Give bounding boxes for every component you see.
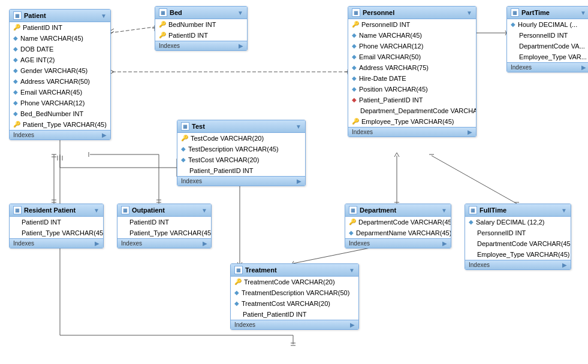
table-fulltime[interactable]: ▦ FullTime ▼ ◆Salary DECIMAL (12,2) Pers… bbox=[465, 204, 571, 270]
sort-icon: ▼ bbox=[466, 10, 472, 16]
diamond-icon: ◆ bbox=[511, 20, 515, 29]
key-icon: 🔑 bbox=[234, 277, 242, 287]
diamond-icon: ◆ bbox=[13, 109, 18, 119]
indexes-bar-parttime[interactable]: Indexes ▶ bbox=[507, 62, 588, 72]
field-name: ◆Name VARCHAR(45) bbox=[348, 30, 476, 41]
field-phone: ◆Phone VARCHAR(12) bbox=[10, 98, 110, 108]
field-deptcode: 🔑DepartmentCode VARCHAR(45) bbox=[345, 217, 451, 228]
indexes-bar-treatment[interactable]: Indexes ▶ bbox=[231, 320, 358, 329]
key-icon: 🔑 bbox=[352, 20, 359, 29]
indexes-arrow: ▶ bbox=[350, 321, 355, 328]
diamond-icon: ◆ bbox=[181, 144, 186, 154]
field-pattype: Patient_Type VARCHAR(45) bbox=[10, 228, 103, 238]
indexes-label: Indexes bbox=[469, 262, 490, 268]
table-test-header: ▦ Test ▼ bbox=[177, 120, 305, 133]
table-icon: ▦ bbox=[13, 11, 22, 20]
diamond-icon: ◆ bbox=[13, 66, 18, 75]
svg-line-0 bbox=[110, 27, 155, 33]
table-outpatient-header: ▦ Outpatient ▼ bbox=[117, 204, 211, 217]
table-fulltime-title: FullTime bbox=[480, 207, 506, 214]
indexes-arrow: ▶ bbox=[297, 178, 301, 184]
table-outpatient-title: Outpatient bbox=[132, 207, 165, 214]
diamond-icon: ◆ bbox=[469, 217, 474, 227]
table-bed[interactable]: ▦ Bed ▼ 🔑BedNumber INT 🔑PatientID INT In… bbox=[155, 6, 248, 51]
indexes-bar-personnel[interactable]: Indexes ▶ bbox=[348, 127, 476, 136]
table-parttime-title: PartTime bbox=[521, 9, 550, 16]
table-patient-header: ▦ Patient ▼ bbox=[10, 10, 110, 22]
field-email: ◆Email VARCHAR(45) bbox=[10, 87, 110, 98]
indexes-arrow: ▶ bbox=[95, 240, 99, 247]
sort-icon: ▼ bbox=[201, 207, 207, 214]
field-treatcost: ◆TreatmentCost VARCHAR(20) bbox=[231, 298, 358, 309]
svg-line-33 bbox=[394, 153, 397, 157]
table-icon: ▦ bbox=[181, 122, 189, 131]
table-patient[interactable]: ▦ Patient ▼ 🔑PatientID INT ◆Name VARCHAR… bbox=[9, 9, 111, 140]
field-phone: ◆Phone VARCHAR(12) bbox=[348, 41, 476, 51]
key-icon: 🔑 bbox=[159, 20, 166, 29]
indexes-label: Indexes bbox=[234, 321, 255, 328]
table-department-title: Department bbox=[360, 207, 396, 214]
diamond-icon: ◆ bbox=[13, 55, 18, 65]
table-department-header: ▦ Department ▼ bbox=[345, 204, 451, 217]
table-icon: ▦ bbox=[349, 206, 357, 214]
table-icon: ▦ bbox=[121, 206, 129, 214]
field-patpatientid: Patient_PatientID INT bbox=[231, 309, 358, 320]
field-patientid: PatientID INT bbox=[117, 217, 211, 228]
diamond-icon: ◆ bbox=[352, 63, 357, 72]
table-department[interactable]: ▦ Department ▼ 🔑DepartmentCode VARCHAR(4… bbox=[345, 204, 451, 248]
diamond-icon: ◆ bbox=[13, 44, 18, 54]
indexes-arrow: ▶ bbox=[562, 262, 567, 268]
indexes-bar-resident[interactable]: Indexes ▶ bbox=[10, 238, 103, 248]
field-testcost: ◆TestCost VARCHAR(20) bbox=[177, 154, 305, 165]
indexes-bar-bed[interactable]: Indexes ▶ bbox=[155, 41, 247, 50]
table-treatment-title: Treatment bbox=[245, 266, 277, 274]
table-test[interactable]: ▦ Test ▼ 🔑TestCode VARCHAR(20) ◆TestDesc… bbox=[177, 120, 306, 186]
indexes-label: Indexes bbox=[349, 240, 370, 247]
table-icon: ▦ bbox=[352, 8, 360, 17]
table-resident-title: Resident Patient bbox=[24, 207, 76, 214]
key-icon: 🔑 bbox=[13, 120, 20, 129]
indexes-bar-patient[interactable]: Indexes ▶ bbox=[10, 130, 110, 139]
table-outpatient[interactable]: ▦ Outpatient ▼ PatientID INT Patient_Typ… bbox=[117, 204, 212, 248]
key-icon: 🔑 bbox=[159, 31, 166, 40]
indexes-label: Indexes bbox=[511, 64, 532, 71]
table-fulltime-header: ▦ FullTime ▼ bbox=[465, 204, 571, 217]
table-parttime-header: ▦ PartTime ▼ bbox=[507, 7, 588, 19]
field-deptname: ◆DeparmentName VARCHAR(45) bbox=[345, 228, 451, 238]
diamond-icon: ◆ bbox=[352, 84, 357, 94]
key-icon: 🔑 bbox=[181, 134, 188, 143]
table-parttime[interactable]: ▦ PartTime ▼ ◆Hourly DECIMAL (... Person… bbox=[506, 6, 588, 72]
field-patientid: 🔑PatientID INT bbox=[155, 30, 247, 41]
field-testdesc: ◆TestDescription VARCHAR(45) bbox=[177, 144, 305, 154]
diamond-red-icon: ◆ bbox=[352, 95, 357, 105]
indexes-bar-fulltime[interactable]: Indexes ▶ bbox=[465, 260, 571, 269]
sort-icon: ▼ bbox=[441, 207, 447, 214]
field-pattype: 🔑Patient_Type VARCHAR(45) bbox=[10, 119, 110, 130]
diamond-icon: ◆ bbox=[352, 74, 357, 83]
field-email: ◆Email VARCHAR(50) bbox=[348, 51, 476, 62]
indexes-label: Indexes bbox=[13, 132, 34, 138]
table-icon: ▦ bbox=[159, 8, 167, 17]
table-resident-patient[interactable]: ▦ Resident Patient ▼ PatientID INT Patie… bbox=[9, 204, 104, 248]
field-deptcode: DepartmentCode VA... bbox=[507, 41, 588, 51]
indexes-bar-department[interactable]: Indexes ▶ bbox=[345, 238, 451, 248]
sort-icon: ▼ bbox=[561, 207, 567, 214]
field-bednum: ◆Bed_BedNumber INT bbox=[10, 108, 110, 119]
field-personnelid: PersonnelID INT bbox=[507, 30, 588, 41]
field-dob: ◆DOB DATE bbox=[10, 44, 110, 54]
indexes-bar-outpatient[interactable]: Indexes ▶ bbox=[117, 238, 211, 248]
indexes-bar-test[interactable]: Indexes ▶ bbox=[177, 176, 305, 186]
field-position: ◆Position VARCHAR(45) bbox=[348, 84, 476, 95]
table-patient-title: Patient bbox=[24, 12, 46, 19]
diamond-icon: ◆ bbox=[234, 288, 239, 298]
field-patientid: PatientID INT bbox=[10, 217, 103, 228]
table-personnel[interactable]: ▦ Personnel ▼ 🔑PersonnelID INT ◆Name VAR… bbox=[348, 6, 477, 137]
table-bed-header: ▦ Bed ▼ bbox=[155, 7, 247, 19]
field-emptype: 🔑Employee_Type VARCHAR(45) bbox=[348, 116, 476, 127]
table-icon: ▦ bbox=[234, 266, 243, 274]
table-treatment-header: ▦ Treatment ▼ bbox=[231, 264, 358, 277]
table-treatment[interactable]: ▦ Treatment ▼ 🔑TreatmentCode VARCHAR(20)… bbox=[230, 263, 359, 330]
field-testcode: 🔑TestCode VARCHAR(20) bbox=[177, 133, 305, 144]
table-personnel-title: Personnel bbox=[363, 9, 394, 16]
table-resident-header: ▦ Resident Patient ▼ bbox=[10, 204, 103, 217]
